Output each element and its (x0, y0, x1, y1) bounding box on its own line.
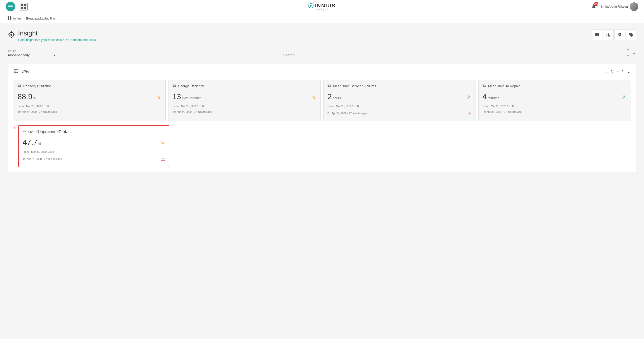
alert-icon: ⚠ (468, 110, 472, 117)
from-label: From: (482, 104, 490, 109)
kpi-trend-icon (156, 94, 162, 101)
kpi-footer: To: Apr 24, 2020 - 27 minutes ago (18, 110, 162, 114)
svg-rect-33 (173, 85, 174, 86)
kpi-number: 4 (482, 92, 487, 101)
svg-rect-41 (330, 85, 330, 86)
user-info: innius\John Rijksen (601, 3, 638, 11)
kpi-card-title: Overall Equipment Effective... (28, 130, 72, 134)
collapse-all-button[interactable]: ⌃⌄ (626, 47, 630, 58)
alert-icon: ⚠ (161, 155, 165, 163)
svg-rect-21 (609, 35, 610, 37)
kpi-card[interactable]: Mean Time Between Failures 2 hours From:… (324, 80, 476, 121)
svg-rect-19 (607, 34, 608, 36)
svg-rect-20 (608, 33, 608, 36)
kpi-value-row: 2 hours (328, 92, 472, 101)
toolbar-location-button[interactable] (614, 30, 625, 40)
page-title-text: Insight Gain insight into your machine's… (18, 30, 97, 42)
kpi-footer: To: Apr 24, 2020 - 27 minutes ago (172, 110, 316, 114)
kpi-from-row: From: Mar 25, 2020 15:00 (482, 104, 626, 109)
kpi-card-header: Mean Time Between Failures (328, 84, 472, 89)
kpi-trend-icon (466, 94, 472, 101)
page-title-inner: Insight Gain insight into your machine's… (8, 30, 97, 42)
ok-count: ✓ 3 (606, 70, 613, 74)
header-left (6, 2, 28, 12)
from-label: From: (328, 104, 335, 109)
kpi-from-row: From: Mar 25, 2020 15:00 (22, 150, 165, 154)
menu-button[interactable] (6, 2, 15, 12)
svg-rect-6 (24, 7, 26, 9)
kpi-value: 4 minutes (482, 92, 499, 101)
kpi-to-row: To: Apr 24, 2020 - 27 minutes ago (172, 110, 212, 114)
kpi-value-row: 13 kWh/product (172, 92, 316, 101)
kpi-value: 47.7 % (22, 138, 41, 147)
to-value: Apr 24, 2020 - 27 minutes ago (332, 112, 367, 115)
warn-count-value: 2 (621, 70, 623, 74)
toolbar-icons (592, 30, 636, 40)
kpi-card-header: Energy Efficiency (172, 84, 316, 89)
from-label: From: (18, 104, 25, 109)
notification-badge: 376 (594, 2, 598, 6)
warn-count: ⚠ 2 (616, 70, 623, 74)
header-right: 376 innius\John Rijksen (590, 3, 638, 11)
to-value: Apr 24, 2020 - 27 minutes ago (176, 110, 212, 113)
kpi-from-row: From: Mar 25, 2020 15:00 (328, 104, 472, 109)
to-label: To: (18, 110, 21, 113)
sort-value: Alphabetically (8, 53, 52, 57)
kpi-number: 13 (172, 92, 181, 101)
kpi-footer: To: Apr 24, 2020 - 27 minutes ago ⚠ (328, 110, 472, 117)
kpi-footer: To: Apr 24, 2020 - 27 minutes ago (482, 110, 626, 114)
section-header: KPIs ✓ 3 ⚠ 2 ▲ (14, 69, 630, 75)
svg-rect-34 (174, 85, 174, 86)
from-value: Mar 25, 2020 15:00 (181, 104, 204, 109)
grid-button[interactable] (20, 3, 28, 11)
kpi-number: 88.9 (18, 92, 32, 101)
svg-point-14 (10, 34, 12, 36)
kpi-to-row: To: Apr 24, 2020 - 27 minutes ago (482, 110, 522, 114)
sort-select[interactable]: Alphabetically ▾ (8, 53, 55, 58)
kpi-card-header: Capacity Utilization (18, 84, 162, 89)
kpi-row2-inner: 2 Overall Equipment Effective... 47.7 % (14, 125, 630, 167)
logo-sub: Insight (316, 8, 328, 11)
kpi-footer: To: Apr 24, 2020 - 27 minutes ago ⚠ (22, 155, 165, 163)
kpi-unit: % (33, 96, 36, 100)
svg-rect-26 (17, 71, 17, 72)
svg-rect-31 (20, 85, 20, 86)
kpi-value: 13 kWh/product (172, 92, 200, 101)
search-input[interactable] (283, 53, 397, 57)
kpi-card[interactable]: Energy Efficiency 13 kWh/product From: M… (168, 80, 320, 121)
svg-rect-11 (8, 18, 9, 20)
kpi-from-row: From: Mar 25, 2020 15:00 (172, 104, 316, 109)
kpi-value-row: 47.7 % (22, 138, 165, 147)
from-value: Mar 25, 2020 15:00 (336, 104, 358, 109)
svg-rect-49 (24, 131, 24, 132)
notification-button[interactable]: 376 (590, 3, 598, 11)
section-header-right: ✓ 3 ⚠ 2 ▲ (606, 70, 630, 74)
breadcrumb-root[interactable]: innius (13, 17, 22, 20)
svg-rect-48 (24, 131, 24, 132)
chevron-down-icon: ▾ (54, 54, 55, 57)
toolbar-tag-button[interactable] (626, 30, 636, 40)
kpi-grid-row2: Overall Equipment Effective... 47.7 % Fr… (18, 125, 630, 167)
user-name: innius\John Rijksen (601, 5, 628, 8)
kpi-card[interactable]: Overall Equipment Effective... 47.7 % Fr… (18, 125, 169, 167)
svg-rect-10 (10, 16, 12, 18)
kpi-number: 2 (328, 92, 332, 101)
kpi-card-title: Mean Time To Repair (488, 84, 520, 88)
app-logo: INNIUS Insight (308, 3, 336, 11)
to-value: Apr 24, 2020 - 27 minutes ago (486, 110, 522, 113)
kpi-grid-row1: Capacity Utilization 88.9 % From: Mar 25… (14, 80, 630, 121)
toolbar-comment-button[interactable] (592, 30, 602, 40)
kpi-card[interactable]: Mean Time To Repair 4 minutes From: Mar … (478, 80, 630, 121)
kpi-card-title: Energy Efficiency (178, 84, 204, 88)
kpi-dates: From: Mar 25, 2020 15:00 To: Apr 24, 202… (482, 104, 626, 114)
svg-rect-1 (8, 7, 12, 7)
to-label: To: (22, 157, 26, 160)
kpi-card[interactable]: Capacity Utilization 88.9 % From: Mar 25… (14, 80, 166, 121)
kpi-dates: From: Mar 25, 2020 15:00 To: Apr 24, 202… (22, 150, 165, 163)
section-collapse-button[interactable]: ▲ (627, 70, 630, 74)
svg-rect-24 (14, 71, 15, 72)
insight-icon (8, 31, 15, 40)
expand-all-button[interactable]: ⌄ (632, 50, 636, 56)
toolbar-chart-button[interactable] (603, 30, 614, 40)
kpi-value-row: 88.9 % (18, 92, 162, 101)
